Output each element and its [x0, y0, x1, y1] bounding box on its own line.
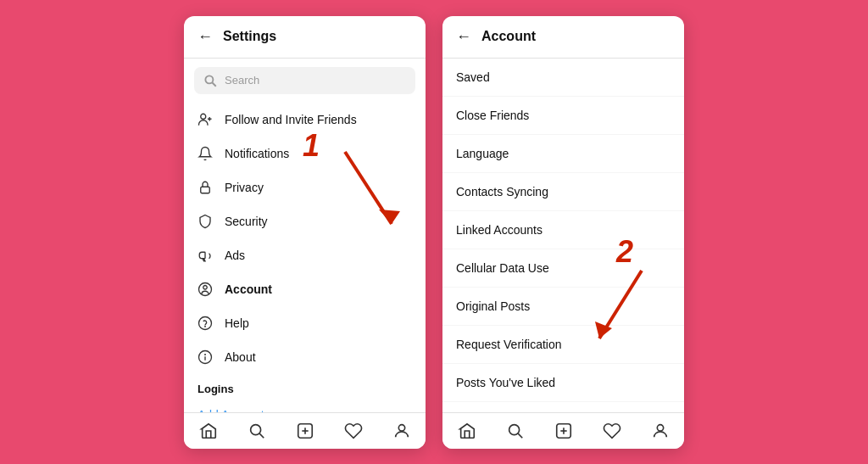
menu-item-account-label: Account	[225, 282, 272, 296]
linked-accounts-label: Linked Accounts	[456, 223, 542, 237]
settings-menu-list: Follow and Invite Friends Notifications	[184, 103, 426, 412]
left-back-button[interactable]: ←	[198, 28, 213, 46]
heart-nav-icon[interactable]	[344, 422, 363, 440]
menu-item-about-label: About	[225, 350, 256, 364]
right-phone-screen: ← Account Saved Close Friends Language C…	[442, 16, 684, 449]
search-placeholder: Search	[225, 74, 259, 87]
search-bar[interactable]: Search	[194, 67, 415, 94]
account-menu-list: Saved Close Friends Language Contacts Sy…	[442, 59, 684, 412]
svg-rect-5	[201, 187, 210, 193]
posts-liked-label: Posts You've Liked	[456, 376, 555, 389]
svg-line-14	[259, 433, 264, 438]
saved-label: Saved	[456, 70, 490, 84]
menu-item-ads[interactable]: Ads	[184, 238, 426, 272]
svg-point-22	[509, 424, 519, 434]
menu-item-privacy-label: Privacy	[225, 181, 264, 194]
person-plus-icon	[198, 112, 213, 127]
verification-label: Request Verification	[456, 338, 562, 351]
menu-item-notifications-label: Notifications	[225, 147, 289, 160]
profile-nav-icon[interactable]	[392, 422, 411, 440]
person-circle-icon	[198, 282, 213, 297]
menu-item-security-label: Security	[225, 215, 268, 228]
megaphone-icon	[198, 248, 213, 263]
lock-icon	[198, 180, 213, 195]
right-screen-title: Account	[481, 29, 536, 44]
right-bottom-nav	[442, 412, 684, 449]
account-item-close-friends[interactable]: Close Friends	[442, 97, 684, 135]
home-nav-icon[interactable]	[199, 422, 218, 440]
left-phone-screen: ← Settings Search	[184, 16, 426, 449]
shield-icon	[198, 214, 213, 229]
svg-point-9	[205, 326, 206, 327]
original-posts-label: Original Posts	[456, 299, 530, 313]
svg-point-13	[250, 424, 260, 434]
svg-point-7	[203, 285, 208, 289]
plus-nav-icon[interactable]	[296, 422, 314, 440]
svg-line-23	[518, 433, 522, 438]
right-profile-nav-icon[interactable]	[651, 422, 670, 440]
menu-item-follow-label: Follow and Invite Friends	[225, 113, 357, 126]
svg-line-1	[212, 82, 216, 87]
menu-item-help-label: Help	[225, 316, 249, 330]
search-icon	[203, 73, 218, 88]
close-friends-label: Close Friends	[456, 109, 529, 122]
language-label: Language	[456, 147, 509, 160]
right-home-nav-icon[interactable]	[458, 422, 476, 440]
search-nav-icon[interactable]	[248, 422, 266, 440]
account-item-language[interactable]: Language	[442, 135, 684, 173]
question-circle-icon	[198, 316, 213, 331]
account-item-branded[interactable]: Branded Content Tools	[442, 402, 684, 412]
info-circle-icon	[198, 349, 213, 365]
account-item-original-posts[interactable]: Original Posts	[442, 288, 684, 326]
account-item-cellular[interactable]: Cellular Data Use	[442, 249, 684, 288]
right-plus-nav-icon[interactable]	[554, 422, 573, 440]
right-screen-container: ← Account Saved Close Friends Language C…	[442, 16, 684, 449]
account-item-contacts[interactable]: Contacts Syncing	[442, 173, 684, 211]
svg-point-2	[201, 114, 206, 119]
right-search-nav-icon[interactable]	[506, 422, 525, 440]
menu-item-privacy[interactable]: Privacy	[184, 171, 426, 204]
left-bottom-nav	[184, 412, 426, 449]
svg-point-0	[205, 75, 213, 83]
add-account-link[interactable]: Add Account	[184, 399, 426, 412]
right-back-button[interactable]: ←	[456, 28, 471, 46]
contacts-syncing-label: Contacts Syncing	[456, 185, 548, 198]
svg-point-27	[657, 424, 663, 430]
svg-point-8	[199, 316, 212, 329]
account-item-verification[interactable]: Request Verification	[442, 326, 684, 364]
menu-item-help[interactable]: Help	[184, 306, 426, 340]
left-screen-title: Settings	[223, 29, 276, 44]
right-heart-nav-icon[interactable]	[603, 422, 621, 440]
menu-item-account[interactable]: Account	[184, 272, 426, 306]
menu-item-follow[interactable]: Follow and Invite Friends	[184, 103, 426, 137]
right-screen-header: ← Account	[442, 16, 684, 59]
left-screen-container: ← Settings Search	[184, 16, 426, 449]
menu-item-about[interactable]: About	[184, 340, 426, 374]
account-item-posts-liked[interactable]: Posts You've Liked	[442, 364, 684, 402]
screens-container: ← Settings Search	[184, 16, 684, 449]
menu-item-notifications[interactable]: Notifications	[184, 137, 426, 171]
menu-item-security[interactable]: Security	[184, 204, 426, 238]
svg-point-12	[205, 354, 206, 355]
logins-section-label: Logins	[184, 374, 426, 399]
account-item-linked[interactable]: Linked Accounts	[442, 211, 684, 249]
account-item-saved[interactable]: Saved	[442, 59, 684, 97]
left-screen-header: ← Settings	[184, 16, 426, 59]
cellular-label: Cellular Data Use	[456, 261, 549, 275]
bell-icon	[198, 146, 213, 161]
svg-point-18	[398, 424, 404, 430]
menu-item-ads-label: Ads	[225, 249, 245, 262]
